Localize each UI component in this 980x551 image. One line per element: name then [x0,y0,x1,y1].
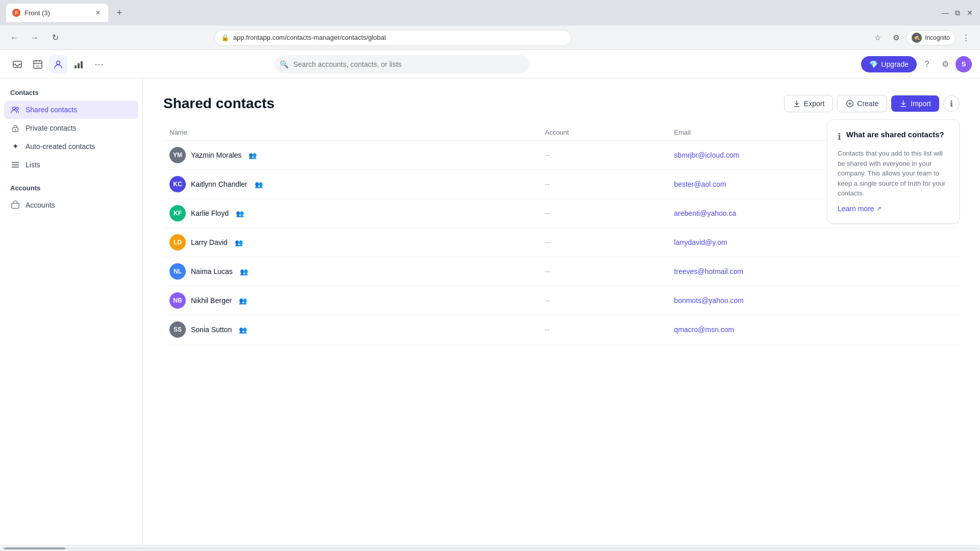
close-window-button[interactable]: ✕ [966,9,974,17]
contact-email[interactable]: bonmots@yahoo.com [668,286,960,315]
window-controls: — ⧉ ✕ [941,9,974,17]
export-button[interactable]: Export [784,95,833,112]
table-row[interactable]: NB Nikhil Berger 👥 -- bonmots@yahoo.com [163,286,960,315]
col-account: Account [539,124,668,141]
shared-icon: 👥 [239,326,247,334]
shared-icon: 👥 [239,297,247,305]
settings-button[interactable]: ⚙ [937,56,953,72]
calendar-icon-button[interactable]: 31 [29,55,47,73]
url-text: app.frontapp.com/contacts-manager/contac… [233,34,565,41]
back-button[interactable]: ← [6,30,22,46]
svg-rect-12 [12,164,19,165]
scrollbar-track [2,547,978,549]
svg-rect-6 [81,61,83,68]
table-row[interactable]: NL Naima Lucas 👥 -- treeves@hotmail.com [163,257,960,286]
info-panel-header: ℹ What are shared contacts? [838,130,949,142]
info-panel-body: Contacts that you add to this list will … [838,148,949,198]
svg-rect-11 [12,162,19,163]
sidebar-item-shared-contacts[interactable]: Shared contacts [4,101,138,119]
help-button[interactable]: ? [919,56,935,72]
upgrade-button[interactable]: 💎 Upgrade [861,56,917,72]
lock-icon: 🔒 [221,34,229,41]
incognito-icon: 🕵 [912,33,922,43]
shared-icon: 👥 [255,181,263,188]
import-icon [899,99,908,108]
sidebar-item-lists[interactable]: Lists [4,156,138,174]
inbox-icon-button[interactable] [8,55,27,73]
incognito-button[interactable]: 🕵 Incognito [906,30,955,45]
contact-account: -- [539,199,668,228]
bookmark-button[interactable]: ☆ [869,30,886,46]
menu-button[interactable]: ⋮ [958,30,974,46]
avatar-initials: S [962,60,966,68]
toolbar-actions: ☆ ⚙ 🕵 Incognito ⋮ [869,30,974,46]
info-panel-icon: ℹ [838,131,841,142]
table-row[interactable]: LD Larry David 👥 -- larrydavid@y.om [163,228,960,257]
contacts-icon-button[interactable] [49,55,67,73]
create-button[interactable]: Create [837,95,887,112]
app-toolbar: 31 ⋯ 🔍 💎 Upgrade ? ⚙ [0,50,980,79]
contact-email[interactable]: treeves@hotmail.com [668,257,960,286]
refresh-button[interactable]: ↻ [47,30,63,46]
search-wrapper: 🔍 [275,55,530,73]
shared-icon: 👥 [235,239,243,246]
contact-name-cell: NB Nikhil Berger 👥 [163,286,539,315]
contact-name: Karlie Floyd [191,209,229,217]
contact-account: -- [539,257,668,286]
active-tab[interactable]: F Front (3) ✕ [6,4,108,22]
lists-label: Lists [26,161,40,169]
sidebar-item-private-contacts[interactable]: Private contacts [4,119,138,137]
contacts-section-title: Contacts [4,87,138,101]
content-area: Shared contacts Export Create Import ℹ [143,79,980,545]
gem-icon: 💎 [869,60,878,68]
contact-email[interactable]: larrydavid@y.om [668,228,960,257]
contact-account: -- [539,170,668,199]
contact-avatar: KF [169,205,186,221]
svg-point-10 [15,129,16,131]
scrollbar-thumb[interactable] [4,547,65,549]
inbox-icon [12,59,22,69]
horizontal-scrollbar[interactable] [0,545,980,551]
tab-close-button[interactable]: ✕ [94,9,102,17]
shared-contacts-icon [10,105,20,115]
browser-tab-bar: F Front (3) ✕ + — ⧉ ✕ [0,0,980,26]
sidebar-item-accounts[interactable]: Accounts [4,196,138,214]
svg-rect-5 [78,63,80,68]
import-button[interactable]: Import [891,95,939,112]
contact-avatar: NL [169,263,186,280]
tab-favicon: F [12,9,20,17]
analytics-icon-button[interactable] [69,55,88,73]
lists-icon [10,160,20,170]
export-icon [793,99,801,108]
contact-account: -- [539,286,668,315]
new-tab-button[interactable]: + [112,6,127,20]
forward-button[interactable]: → [27,30,43,46]
svg-point-8 [16,107,18,110]
contact-name: Kaitlynn Chandler [191,180,248,188]
info-button[interactable]: ℹ [943,95,960,112]
contact-name: Larry David [191,238,228,246]
search-input[interactable] [275,55,530,73]
avatar-button[interactable]: S [955,56,972,72]
address-bar[interactable]: 🔒 app.frontapp.com/contacts-manager/cont… [214,30,572,46]
minimize-button[interactable]: — [941,9,949,17]
table-row[interactable]: SS Sonia Sutton 👥 -- qmacro@msn.com [163,315,960,344]
learn-more-link[interactable]: Learn more ↗ [838,205,949,213]
contact-avatar: NB [169,292,186,309]
maximize-button[interactable]: ⧉ [953,9,962,17]
more-icon-button[interactable]: ⋯ [90,55,108,73]
browser-toolbar: ← → ↻ 🔒 app.frontapp.com/contacts-manage… [0,26,980,50]
accounts-label: Accounts [26,201,55,209]
svg-text:31: 31 [36,64,40,68]
analytics-icon [74,59,84,69]
contact-account: -- [539,315,668,344]
extensions-button[interactable]: ⚙ [888,30,904,46]
contact-name-cell: NL Naima Lucas 👥 [163,257,539,286]
shared-icon: 👥 [240,268,248,276]
main-content: Contacts Shared contacts Private contact… [0,79,980,545]
contacts-icon [53,59,63,69]
contact-avatar: SS [169,321,186,338]
sidebar-item-auto-created[interactable]: ✦ Auto-created contacts [4,137,138,156]
contact-account: -- [539,141,668,170]
contact-email[interactable]: qmacro@msn.com [668,315,960,344]
